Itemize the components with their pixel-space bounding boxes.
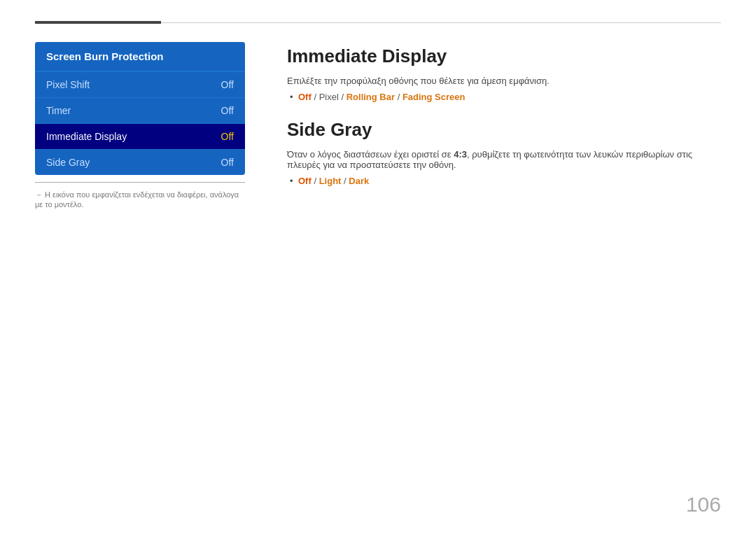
- option-sep-4: /: [314, 176, 318, 186]
- menu-item-side-gray[interactable]: Side Gray Off: [35, 149, 245, 175]
- side-gray-options: Off / Light / Dark: [287, 176, 721, 186]
- menu-item-value: Off: [221, 105, 234, 116]
- menu-item-label: Pixel Shift: [46, 79, 90, 90]
- main-content: Screen Burn Protection Pixel Shift Off T…: [35, 42, 721, 492]
- option-sep-1: /: [314, 92, 318, 102]
- option-sep-2: /: [341, 92, 346, 102]
- menu-item-immediate-display[interactable]: Immediate Display Off: [35, 123, 245, 149]
- menu-item-value-active: Off: [221, 131, 234, 142]
- right-panel: Immediate Display Επιλέξτε την προφύλαξη…: [287, 42, 721, 492]
- option-sep-3: /: [398, 92, 402, 102]
- menu-item-label-active: Immediate Display: [46, 131, 127, 142]
- menu-item-label: Timer: [46, 105, 71, 116]
- footnote: － Η εικόνα που εμφανίζεται ενδέχεται να …: [35, 190, 245, 209]
- immediate-display-options: Off / Pixel / Rolling Bar / Fading Scree…: [287, 92, 721, 102]
- option-fading-screen: Fading Screen: [402, 92, 465, 102]
- ratio-value: 4:3: [454, 149, 467, 160]
- top-line-dark: [35, 21, 161, 24]
- option-rolling-bar: Rolling Bar: [346, 92, 395, 102]
- menu-title: Screen Burn Protection: [35, 42, 245, 71]
- page-container: Screen Burn Protection Pixel Shift Off T…: [0, 0, 756, 534]
- top-line-light: [161, 22, 721, 23]
- divider-line: [35, 182, 245, 183]
- option-light: Light: [319, 176, 342, 186]
- menu-item-timer[interactable]: Timer Off: [35, 97, 245, 123]
- option-pixel: Pixel: [319, 92, 339, 102]
- left-panel: Screen Burn Protection Pixel Shift Off T…: [35, 42, 245, 492]
- immediate-display-desc: Επιλέξτε την προφύλαξη οθόνης που θέλετε…: [287, 76, 721, 86]
- immediate-display-title: Immediate Display: [287, 45, 721, 67]
- option-off-1: Off: [298, 92, 312, 102]
- menu-item-value: Off: [221, 157, 234, 168]
- menu-item-pixel-shift[interactable]: Pixel Shift Off: [35, 71, 245, 97]
- side-gray-desc: Όταν ο λόγος διαστάσεων έχει οριστεί σε …: [287, 149, 721, 170]
- option-off-2: Off: [298, 176, 312, 186]
- menu-box: Screen Burn Protection Pixel Shift Off T…: [35, 42, 245, 175]
- page-number: 106: [686, 493, 721, 517]
- option-dark: Dark: [349, 176, 369, 186]
- side-gray-title: Side Gray: [287, 119, 721, 141]
- top-lines: [35, 21, 721, 24]
- menu-item-value: Off: [221, 79, 234, 90]
- menu-item-label: Side Gray: [46, 157, 90, 168]
